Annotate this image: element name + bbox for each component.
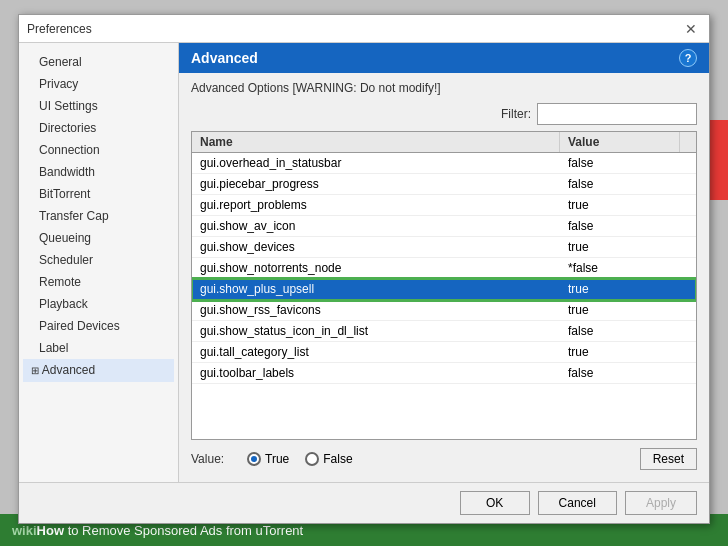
- side-decoration: [710, 120, 728, 200]
- radio-true[interactable]: True: [247, 452, 289, 466]
- cell-spacer: [680, 195, 696, 215]
- cell-name: gui.overhead_in_statusbar: [192, 153, 560, 173]
- cell-spacer: [680, 300, 696, 320]
- title-bar: Preferences ✕: [19, 15, 709, 43]
- cell-spacer: [680, 237, 696, 257]
- sidebar-item-directories[interactable]: Directories: [23, 117, 174, 139]
- sidebar-item-bittorrent[interactable]: BitTorrent: [23, 183, 174, 205]
- cell-spacer: [680, 216, 696, 236]
- table-row[interactable]: gui.show_av_iconfalse: [192, 216, 696, 237]
- sidebar-item-ui-settings[interactable]: UI Settings: [23, 95, 174, 117]
- cell-name: gui.show_plus_upsell: [192, 279, 560, 299]
- help-icon[interactable]: ?: [679, 49, 697, 67]
- cell-spacer: [680, 321, 696, 341]
- value-label: Value:: [191, 452, 231, 466]
- cell-spacer: [680, 279, 696, 299]
- cell-value: true: [560, 195, 680, 215]
- table-row[interactable]: gui.piecebar_progressfalse: [192, 174, 696, 195]
- apply-button[interactable]: Apply: [625, 491, 697, 515]
- cell-spacer: [680, 174, 696, 194]
- radio-false-label: False: [323, 452, 352, 466]
- filter-row: Filter:: [191, 103, 697, 125]
- dialog-footer: OK Cancel Apply: [19, 482, 709, 523]
- sidebar-item-label[interactable]: Label: [23, 337, 174, 359]
- cell-value: true: [560, 300, 680, 320]
- cell-spacer: [680, 258, 696, 278]
- cell-value: false: [560, 216, 680, 236]
- warning-text: Advanced Options [WARNING: Do not modify…: [191, 81, 697, 95]
- cell-name: gui.tall_category_list: [192, 342, 560, 362]
- cell-value: false: [560, 363, 680, 383]
- dialog-title: Preferences: [27, 22, 92, 36]
- col-scroll-header: [680, 132, 697, 152]
- main-content: Advanced ? Advanced Options [WARNING: Do…: [179, 43, 709, 482]
- radio-false-dot: [305, 452, 319, 466]
- cell-name: gui.show_devices: [192, 237, 560, 257]
- cell-name: gui.piecebar_progress: [192, 174, 560, 194]
- settings-table: Name Value gui.overhead_in_statusbarfals…: [191, 131, 697, 440]
- table-row[interactable]: gui.report_problemstrue: [192, 195, 696, 216]
- cancel-button[interactable]: Cancel: [538, 491, 617, 515]
- radio-true-label: True: [265, 452, 289, 466]
- cell-value: false: [560, 153, 680, 173]
- cell-name: gui.show_rss_favicons: [192, 300, 560, 320]
- sidebar-item-general[interactable]: General: [23, 51, 174, 73]
- col-name-header: Name: [192, 132, 560, 152]
- sidebar-item-scheduler[interactable]: Scheduler: [23, 249, 174, 271]
- table-header: Name Value: [192, 132, 696, 153]
- table-row[interactable]: gui.show_rss_faviconstrue: [192, 300, 696, 321]
- cell-name: gui.toolbar_labels: [192, 363, 560, 383]
- filter-input[interactable]: [537, 103, 697, 125]
- cell-spacer: [680, 342, 696, 362]
- sidebar-item-advanced[interactable]: Advanced: [23, 359, 174, 382]
- sidebar: General Privacy UI Settings Directories …: [19, 43, 179, 482]
- cell-name: gui.show_status_icon_in_dl_list: [192, 321, 560, 341]
- cell-spacer: [680, 153, 696, 173]
- cell-value: true: [560, 237, 680, 257]
- table-row[interactable]: gui.overhead_in_statusbarfalse: [192, 153, 696, 174]
- section-title: Advanced: [191, 50, 258, 66]
- radio-false[interactable]: False: [305, 452, 352, 466]
- col-value-header: Value: [560, 132, 680, 152]
- cell-value: true: [560, 279, 680, 299]
- sidebar-item-playback[interactable]: Playback: [23, 293, 174, 315]
- sidebar-item-remote[interactable]: Remote: [23, 271, 174, 293]
- close-button[interactable]: ✕: [681, 19, 701, 39]
- cell-value: false: [560, 174, 680, 194]
- wiki-prefix: wiki: [12, 523, 37, 538]
- radio-group: True False: [247, 452, 353, 466]
- ok-button[interactable]: OK: [460, 491, 530, 515]
- sidebar-item-paired-devices[interactable]: Paired Devices: [23, 315, 174, 337]
- wikihow-text: wikiHow to Remove Sponsored Ads from uTo…: [12, 523, 303, 538]
- sidebar-item-bandwidth[interactable]: Bandwidth: [23, 161, 174, 183]
- table-row[interactable]: gui.show_plus_upselltrue: [192, 279, 696, 300]
- radio-true-dot: [247, 452, 261, 466]
- wiki-suffix: How: [37, 523, 64, 538]
- cell-name: gui.show_av_icon: [192, 216, 560, 236]
- preferences-dialog: Preferences ✕ General Privacy UI Setting…: [18, 14, 710, 524]
- sidebar-item-connection[interactable]: Connection: [23, 139, 174, 161]
- cell-name: gui.report_problems: [192, 195, 560, 215]
- table-row[interactable]: gui.toolbar_labelsfalse: [192, 363, 696, 384]
- cell-value: true: [560, 342, 680, 362]
- cell-value: false: [560, 321, 680, 341]
- dialog-body: General Privacy UI Settings Directories …: [19, 43, 709, 482]
- section-header: Advanced ?: [179, 43, 709, 73]
- table-body: gui.overhead_in_statusbarfalsegui.pieceb…: [192, 153, 696, 439]
- cell-spacer: [680, 363, 696, 383]
- table-row[interactable]: gui.show_status_icon_in_dl_listfalse: [192, 321, 696, 342]
- sidebar-item-queueing[interactable]: Queueing: [23, 227, 174, 249]
- sidebar-item-transfer-cap[interactable]: Transfer Cap: [23, 205, 174, 227]
- table-row[interactable]: gui.show_notorrents_node*false: [192, 258, 696, 279]
- section-body: Advanced Options [WARNING: Do not modify…: [179, 73, 709, 482]
- value-row: Value: True False Reset: [191, 440, 697, 474]
- cell-name: gui.show_notorrents_node: [192, 258, 560, 278]
- table-row[interactable]: gui.tall_category_listtrue: [192, 342, 696, 363]
- cell-value: *false: [560, 258, 680, 278]
- filter-label: Filter:: [501, 107, 531, 121]
- wiki-body: to Remove Sponsored Ads from uTorrent: [64, 523, 303, 538]
- table-row[interactable]: gui.show_devicestrue: [192, 237, 696, 258]
- sidebar-item-privacy[interactable]: Privacy: [23, 73, 174, 95]
- reset-button[interactable]: Reset: [640, 448, 697, 470]
